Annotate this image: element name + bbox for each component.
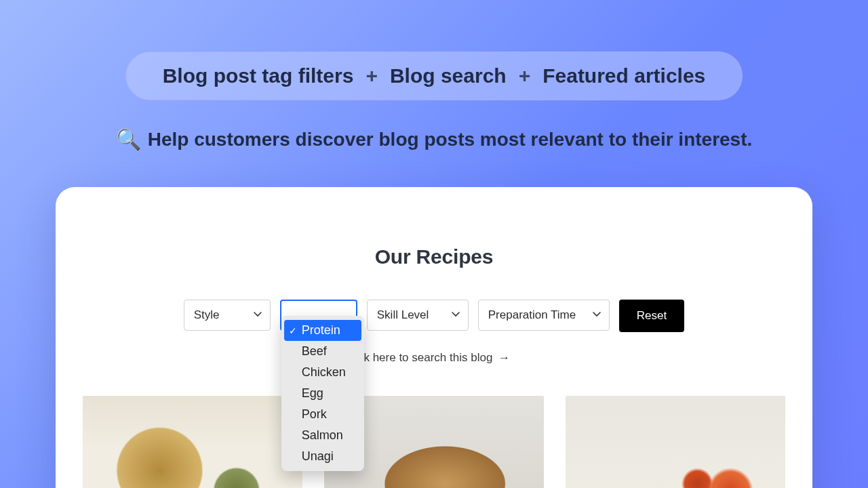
pill-part-tag-filters: Blog post tag filters: [163, 64, 354, 87]
recipe-cards: [83, 396, 785, 488]
chevron-down-icon: [254, 312, 260, 319]
protein-option-label: Beef: [302, 344, 327, 359]
protein-option-protein[interactable]: ✓ Protein: [284, 320, 361, 341]
recipe-card-image[interactable]: [566, 396, 785, 488]
protein-option-beef[interactable]: Beef: [281, 341, 364, 362]
check-icon: ✓: [288, 325, 298, 336]
subtitle-text: Help customers discover blog posts most …: [148, 129, 753, 150]
protein-option-label: Salmon: [302, 428, 343, 443]
arrow-right-icon: →: [498, 351, 510, 364]
search-blog-text: ck here to search this blog: [358, 351, 492, 364]
features-pill: Blog post tag filters + Blog search + Fe…: [125, 52, 743, 100]
protein-option-pork[interactable]: Pork: [281, 404, 364, 425]
recipes-card: Our Recipes Style ✓ Protein Beef Chicken: [56, 187, 812, 488]
pill-part-search: Blog search: [390, 64, 507, 87]
protein-option-label: Pork: [302, 407, 327, 422]
protein-option-label: Chicken: [302, 365, 346, 380]
search-blog-link[interactable]: ck here to search this blog →: [83, 351, 785, 365]
protein-option-label: Protein: [302, 323, 340, 338]
filter-skill-select[interactable]: Skill Level: [367, 300, 469, 331]
protein-option-unagi[interactable]: Unagi: [281, 446, 364, 467]
filter-style-label: Style: [194, 308, 220, 322]
reset-button-label: Reset: [637, 309, 667, 323]
filter-style-select[interactable]: Style: [184, 300, 271, 331]
filter-row: Style ✓ Protein Beef Chicken Egg: [83, 300, 785, 332]
protein-option-label: Egg: [302, 386, 323, 401]
page-title: Our Recipes: [83, 245, 785, 268]
filter-protein-select[interactable]: ✓ Protein Beef Chicken Egg Pork Salmon: [280, 300, 357, 331]
filter-skill-label: Skill Level: [377, 308, 429, 322]
chevron-down-icon: [452, 312, 458, 319]
protein-option-label: Unagi: [302, 449, 334, 464]
recipe-card-image[interactable]: [83, 396, 302, 488]
plus-icon: +: [519, 64, 531, 87]
protein-option-salmon[interactable]: Salmon: [281, 425, 364, 446]
filter-protein-dropdown: ✓ Protein Beef Chicken Egg Pork Salmon: [281, 316, 364, 471]
reset-button[interactable]: Reset: [619, 300, 684, 332]
protein-option-egg[interactable]: Egg: [281, 383, 364, 404]
chevron-down-icon: [593, 312, 599, 319]
plus-icon: +: [366, 64, 378, 87]
magnifier-icon: 🔍: [116, 129, 141, 150]
protein-option-chicken[interactable]: Chicken: [281, 362, 364, 383]
filter-prep-time-select[interactable]: Preparation Time: [478, 300, 610, 331]
filter-prep-time-label: Preparation Time: [488, 308, 576, 322]
subtitle: 🔍 Help customers discover blog posts mos…: [61, 129, 807, 150]
pill-part-featured: Featured articles: [542, 64, 705, 87]
